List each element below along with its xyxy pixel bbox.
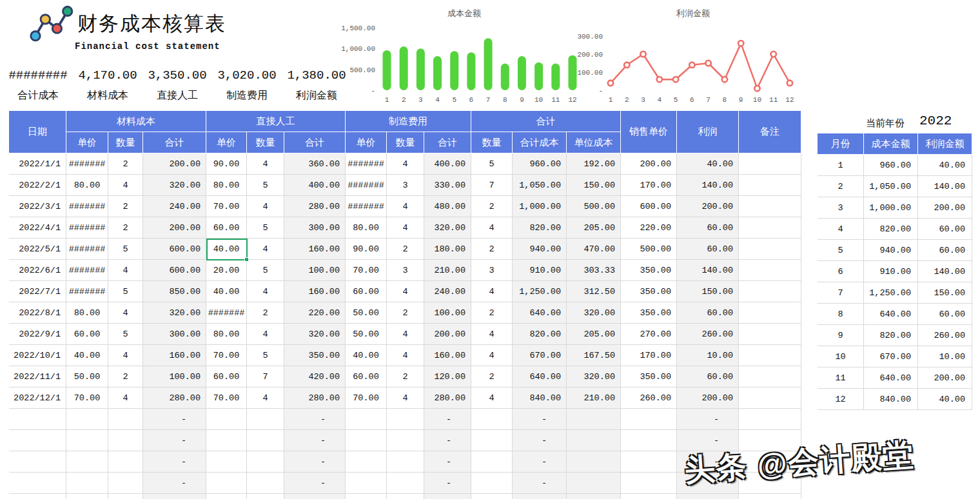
value-cell[interactable]: 4 [387,217,424,239]
value-cell[interactable]: 400.00 [424,153,471,175]
value-cell[interactable]: 192.00 [567,153,621,175]
empty-cell[interactable]: - [513,473,567,494]
value-cell[interactable]: 40.00 [918,389,972,410]
empty-cell[interactable] [206,430,247,451]
empty-cell[interactable] [9,451,66,473]
empty-cell[interactable] [346,494,387,499]
value-cell[interactable]: 60.00 [677,239,739,260]
empty-cell[interactable]: - [284,430,346,451]
value-cell[interactable]: ####### [66,153,108,175]
empty-cell[interactable]: - [513,430,567,451]
value-cell[interactable]: 350.00 [621,281,677,302]
value-cell[interactable]: 480.00 [424,196,471,217]
value-cell[interactable]: 600.00 [621,196,677,217]
value-cell[interactable]: 600.00 [143,260,206,281]
empty-cell[interactable]: - [143,494,206,499]
value-cell[interactable]: 70.00 [346,260,387,281]
empty-cell[interactable]: - [284,451,346,473]
value-cell[interactable]: 70.00 [66,387,108,409]
value-cell[interactable]: ####### [206,302,247,324]
value-cell[interactable]: 5 [108,324,143,345]
empty-cell[interactable] [621,409,677,430]
value-cell[interactable]: 820.00 [864,325,918,346]
empty-cell[interactable] [739,409,801,430]
value-cell[interactable]: 320.00 [567,302,621,324]
value-cell[interactable]: 80.00 [66,302,108,324]
empty-cell[interactable] [567,430,621,451]
date-cell[interactable]: 2022/7/1 [9,281,66,302]
value-cell[interactable]: 4 [471,324,513,345]
value-cell[interactable]: 70.00 [206,196,247,217]
value-cell[interactable]: 320.00 [143,302,206,324]
empty-cell[interactable] [247,451,284,473]
value-cell[interactable]: 600.00 [143,239,206,260]
date-cell[interactable]: 2022/10/1 [9,345,66,366]
value-cell[interactable]: 205.00 [567,324,621,345]
value-cell[interactable]: 350.00 [621,302,677,324]
value-cell[interactable]: 3 [471,260,513,281]
empty-cell[interactable] [9,430,66,451]
value-cell[interactable]: 280.00 [143,387,206,409]
value-cell[interactable]: 7 [471,175,513,196]
empty-cell[interactable] [66,451,108,473]
value-cell[interactable]: 320.00 [284,324,346,345]
date-cell[interactable]: 2022/4/1 [9,217,66,239]
value-cell[interactable]: 4 [387,387,424,409]
value-cell[interactable]: 60.00 [677,217,739,239]
cost-amount-bar-chart[interactable]: 成本金额1,500.001,000.00500.00-1234567891011… [335,0,603,106]
value-cell[interactable]: 160.00 [143,345,206,366]
empty-cell[interactable] [387,430,424,451]
empty-cell[interactable] [346,430,387,451]
month-cell[interactable]: 6 [818,261,864,282]
empty-cell[interactable] [247,473,284,494]
value-cell[interactable]: 70.00 [206,387,247,409]
value-cell[interactable]: 40.00 [677,153,739,175]
value-cell[interactable]: 4 [471,281,513,302]
value-cell[interactable]: ####### [66,196,108,217]
empty-cell[interactable] [387,409,424,430]
value-cell[interactable]: 140.00 [677,175,739,196]
value-cell[interactable]: 150.00 [677,281,739,302]
value-cell[interactable]: ####### [346,175,387,196]
value-cell[interactable]: 4 [108,387,143,409]
value-cell[interactable]: 4 [247,239,284,260]
empty-cell[interactable]: - [513,494,567,499]
value-cell[interactable]: 200.00 [918,197,972,219]
value-cell[interactable]: 400.00 [284,175,346,196]
value-cell[interactable]: 270.00 [621,324,677,345]
empty-cell[interactable] [567,409,621,430]
value-cell[interactable]: 312.50 [567,281,621,302]
value-cell[interactable]: 1,000.00 [864,197,918,219]
value-cell[interactable]: 910.00 [513,260,567,281]
value-cell[interactable]: 470.00 [567,239,621,260]
value-cell[interactable]: 5 [247,260,284,281]
value-cell[interactable]: 170.00 [621,175,677,196]
value-cell[interactable] [739,175,801,196]
empty-cell[interactable] [471,494,513,499]
value-cell[interactable]: 200.00 [677,387,739,409]
value-cell[interactable]: 500.00 [567,196,621,217]
value-cell[interactable]: 60.00 [918,240,972,261]
empty-cell[interactable]: - [424,451,471,473]
value-cell[interactable]: 4 [387,324,424,345]
empty-cell[interactable] [108,409,143,430]
empty-cell[interactable] [108,494,143,499]
value-cell[interactable]: 1,050.00 [513,175,567,196]
value-cell[interactable]: 840.00 [513,387,567,409]
value-cell[interactable]: 1,000.00 [513,196,567,217]
value-cell[interactable]: 5 [247,217,284,239]
month-cell[interactable]: 5 [818,240,864,261]
value-cell[interactable]: 500.00 [621,239,677,260]
value-cell[interactable]: 820.00 [513,324,567,345]
value-cell[interactable]: 140.00 [918,176,972,197]
value-cell[interactable] [739,239,801,260]
profit-amount-line-chart[interactable]: 利润金额300.00200.00100.00-123456789101112 [577,0,799,106]
value-cell[interactable]: 640.00 [513,302,567,324]
value-cell[interactable]: 80.00 [206,175,247,196]
value-cell[interactable]: 4 [247,324,284,345]
month-cell[interactable]: 8 [818,304,864,325]
value-cell[interactable]: 840.00 [864,389,918,410]
value-cell[interactable]: 40.00 [66,345,108,366]
value-cell[interactable]: 205.00 [567,217,621,239]
value-cell[interactable]: 260.00 [621,387,677,409]
